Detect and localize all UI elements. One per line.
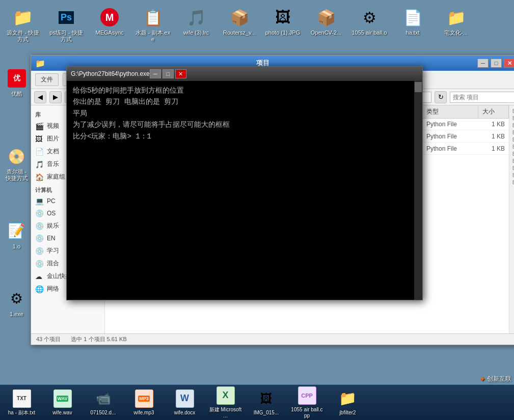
taskbar-label-docx: wife.docx <box>174 410 196 416</box>
python-console-window: G:\Python27bit64\python.exe ─ □ ✕ 给你5秒的时… <box>66 66 423 300</box>
desktop-top-icons: 📁 源文件 - 快捷方式 Ps ps练习 - 快捷方式 M MEGAsync 📋… <box>0 0 514 50</box>
taskbar-icon-excel[interactable]: X 新建 Microsoft ... <box>206 384 245 421</box>
console-content: 给你5秒的时间把手放到方框的位置 你出的是 剪刀 电脑出的是 剪刀 平局 为了减… <box>67 81 422 300</box>
taskbar-icon-cpp[interactable]: CPP 1055 air ball.cpp <box>288 384 326 421</box>
desktop-icon-shuti[interactable]: 📋 水题 - 副本.exe <box>132 5 173 45</box>
window-controls: ─ □ ✕ <box>477 59 514 68</box>
file-type-2: Python File <box>422 133 478 140</box>
taskbar-icon-ha[interactable]: TXT ha - 副本.txt <box>3 387 41 418</box>
console-titlebar: G:\Python27bit64\python.exe ─ □ ✕ <box>67 67 422 81</box>
console-scrollbar[interactable] <box>414 81 422 300</box>
study-icon: 💿 <box>35 247 44 255</box>
scrollbar-thumb[interactable] <box>415 82 422 92</box>
charude-label: 查尔德 - 快捷方式 <box>5 169 29 182</box>
desktop-icon-label: wife (3).lrc <box>183 30 209 36</box>
taskbar-icon-video[interactable]: 📹 071502.d... <box>84 387 122 418</box>
header-type[interactable]: 类型 <box>422 105 478 118</box>
sidebar-label-music: 音乐 <box>47 160 59 169</box>
sidebar-label-document: 文档 <box>47 147 59 156</box>
picture-icon: 🖼 <box>35 135 44 143</box>
folder-icon: 📁 <box>13 7 33 27</box>
status-bar: 43 个项目 选中 1 个项目 5.61 KB <box>31 333 514 345</box>
forward-button[interactable]: ▶ <box>49 91 62 103</box>
desktop-icon-lrc[interactable]: 🎵 wife (3).lrc <box>176 5 217 45</box>
desktop-left-icons: 优 优酷 📀 查尔德 - 快捷方式 📝 1.o ⚙ 1.exe <box>3 66 31 320</box>
taskbar-icon-jbfilter[interactable]: 📁 jbfilter2 <box>329 387 367 418</box>
desktop-icon-label: photo (1).JPG <box>265 30 300 36</box>
desktop-icon-label: 水题 - 副本.exe <box>134 30 171 43</box>
desktop-icon-charude[interactable]: 📀 查尔德 - 快捷方式 <box>3 144 31 184</box>
jbfilter-icon: 📁 <box>339 389 357 408</box>
taskbar-label-img: IMG_015... <box>254 410 279 416</box>
console-line-8: 比分<玩家：电脑> 1：1 <box>73 131 408 142</box>
folder2-icon: 📁 <box>446 7 466 27</box>
sidebar-label-network: 网络 <box>47 285 59 293</box>
photo-icon: 🖼 <box>273 7 293 27</box>
desktop-icon-opencv[interactable]: 📦 OpenCV-2... <box>306 5 346 45</box>
desktop-icon-label: 1055 air ball.o <box>351 30 387 36</box>
folder-title-icon: 📁 <box>35 59 45 68</box>
taskbar-icon-img[interactable]: 🖼 IMG_015... <box>247 387 285 418</box>
sidebar-label-os: OS <box>47 210 56 217</box>
pc-icon: 💻 <box>35 197 44 205</box>
file-menu-button[interactable]: 文件 <box>35 73 59 86</box>
console-maximize-button[interactable]: □ <box>163 69 174 78</box>
console-line-1: 给你5秒的时间把手放到方框的位置 <box>73 85 408 96</box>
maximize-button[interactable]: □ <box>491 59 502 68</box>
icon-1exe: ⚙ <box>7 289 27 309</box>
file-type-3: Python File <box>422 145 478 152</box>
console-minimize-button[interactable]: ─ <box>150 69 161 78</box>
desktop-icon-1exe[interactable]: ⚙ 1.exe <box>3 287 31 320</box>
desktop-icon-1o[interactable]: 📝 1.o <box>3 219 31 252</box>
taskbar-label-cpp: 1055 air ball.cpp <box>290 407 324 419</box>
file-size-2: 1 KB <box>478 133 509 140</box>
taskbar-label-video: 071502.d... <box>90 410 116 416</box>
wav-icon: WAV <box>53 389 72 408</box>
back-button[interactable]: ◀ <box>34 91 46 103</box>
close-button[interactable]: ✕ <box>504 59 514 68</box>
youku-icon: 优 <box>7 68 27 89</box>
document-icon: 📄 <box>35 148 44 156</box>
desktop-icon-culture[interactable]: 📁 宅文化-... <box>436 5 476 45</box>
desktop-icon-source[interactable]: 📁 源文件 - 快捷方式 <box>3 5 43 45</box>
desktop-icon-youku[interactable]: 优 优酷 <box>3 66 31 99</box>
branding: ✦ 创新互联 <box>480 375 511 383</box>
rar-icon: 📦 <box>229 7 250 27</box>
ps-icon: Ps <box>56 7 76 27</box>
desktop-icon-mega[interactable]: M MEGAsync <box>89 5 130 45</box>
excel-icon: X <box>217 386 235 405</box>
taskbar-icon-wife-wav[interactable]: WAV wife.wav <box>43 387 82 418</box>
refresh-button[interactable]: ↻ <box>435 91 447 103</box>
sidebar-label-en: EN <box>47 235 56 242</box>
home-icon: 🏠 <box>35 173 44 181</box>
desktop-icon-photo[interactable]: 🖼 photo (1).JPG <box>262 5 303 45</box>
network-icon: 🌐 <box>35 285 44 293</box>
img-file-icon: 🖼 <box>257 389 276 408</box>
wps-icon: ☁ <box>35 272 44 281</box>
mix-icon: 💿 <box>35 260 44 268</box>
taskbar-icon-docx[interactable]: W wife.docx <box>166 387 204 418</box>
desktop-icon-routersz[interactable]: 📦 Routersz_v... <box>219 5 260 45</box>
desktop-icon-ps[interactable]: Ps ps练习 - 快捷方式 <box>46 5 87 45</box>
charude-icon: 📀 <box>7 146 27 166</box>
sidebar-label-picture: 图片 <box>47 134 59 143</box>
desktop-icon-label: ha.txt <box>406 30 420 36</box>
en-icon: 💿 <box>35 234 44 242</box>
taskbar: TXT ha - 副本.txt WAV wife.wav 📹 071502.d.… <box>0 384 514 420</box>
desktop-icon-ha[interactable]: 📄 ha.txt <box>392 5 433 45</box>
music-icon: 🎵 <box>35 160 44 169</box>
desktop-icon-airball[interactable]: ⚙ 1055 air ball.o <box>349 5 390 45</box>
search-input[interactable] <box>450 92 514 103</box>
minimize-button[interactable]: ─ <box>477 59 489 68</box>
console-close-button[interactable]: ✕ <box>175 69 186 78</box>
taskbar-icon-mp3[interactable]: MP3 wife.mp3 <box>125 387 163 418</box>
file-type-1: Python File <box>422 121 478 128</box>
sidebar-label-ent: 娱乐 <box>47 221 59 230</box>
icon-1o-label: 1.o <box>13 243 20 250</box>
header-size[interactable]: 大小 <box>478 105 509 118</box>
sidebar-label-pc: PC <box>47 198 56 205</box>
desktop-icon-label: 源文件 - 快捷方式 <box>5 30 41 43</box>
desktop-icon-label: OpenCV-2... <box>311 30 342 36</box>
video-icon: 🎬 <box>35 122 44 130</box>
console-title: G:\Python27bit64\python.exe <box>71 70 150 77</box>
